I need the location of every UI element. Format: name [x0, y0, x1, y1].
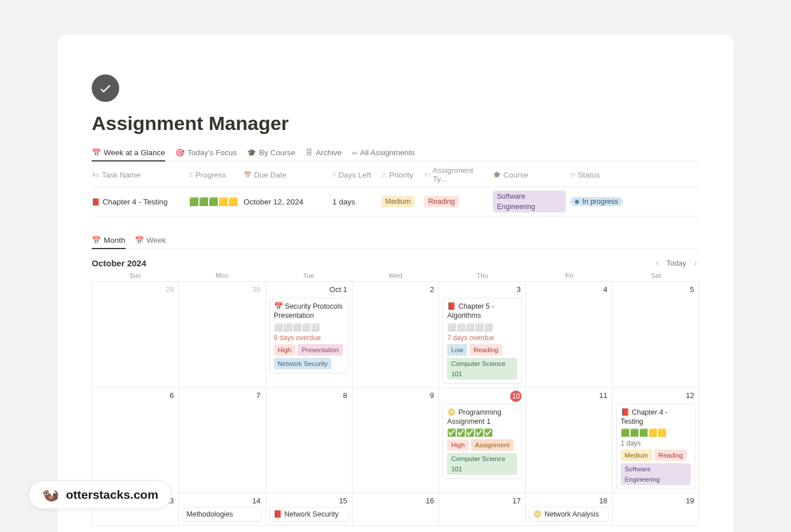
tab-label: Week [147, 236, 166, 245]
day-number: 7 [256, 391, 260, 400]
weekday-header: Sun Mon Tue Wed Thu Fri Sat [92, 272, 699, 279]
calendar-event[interactable]: 📀 Programming Assignment 1 ✅✅✅✅✅ High As… [443, 404, 522, 479]
calendar-event[interactable]: 📕 Chapter 4 - Testing 🟩🟩🟩🟨🟨 1 days Mediu… [616, 404, 695, 490]
calendar-cell[interactable]: 19 [613, 493, 699, 526]
view-tabs: 📅 Week at a Glance 🎯 Today's Focus 🎓 By … [92, 145, 699, 161]
tab-all-assignments[interactable]: ∞ All Assignments [352, 145, 415, 161]
calendar-view-tabs: 📅 Month 📅 Week [92, 232, 699, 249]
event-title: Methodologies [186, 510, 233, 518]
page-title: Assignment Manager [92, 112, 699, 135]
priority-tag: Medium [621, 450, 652, 461]
calendar-cell[interactable]: 10 📀 Programming Assignment 1 ✅✅✅✅✅ High… [439, 388, 526, 494]
calendar-cell[interactable]: 18 📀 Network Analysis [526, 493, 612, 526]
day-number: 30 [252, 285, 260, 294]
calendar-cell[interactable]: 3 📕 Chapter 5 - Algorithms ⬜⬜⬜⬜⬜ 7 days … [439, 282, 526, 388]
calendar-event[interactable]: 📀 Network Analysis [529, 507, 608, 522]
today-button[interactable]: Today [667, 259, 687, 267]
month-label: October 2024 [92, 258, 146, 268]
calendar-cell[interactable]: 7 [179, 388, 265, 494]
day-number: 11 [599, 391, 607, 400]
cell-task-name: 📕 Chapter 4 - Testing [92, 194, 189, 210]
course-tag: Computer Science 101 [447, 453, 517, 475]
calendar-cell[interactable]: 30 [179, 282, 265, 388]
calendar-cell[interactable]: 9 [353, 388, 439, 494]
tab-label: Month [104, 236, 126, 245]
tab-todays-focus[interactable]: 🎯 Today's Focus [175, 145, 237, 161]
text-icon: Aa [92, 171, 99, 178]
calendar-cell[interactable]: 16 [353, 493, 439, 526]
weekday: Mon [178, 272, 265, 279]
event-progress: 🟩🟩🟩🟨🟨 [621, 428, 691, 437]
tab-week[interactable]: 📅 Week [135, 232, 166, 249]
app-card: Assignment Manager 📅 Week at a Glance 🎯 … [57, 34, 734, 532]
calendar-event[interactable]: Methodologies [182, 507, 261, 522]
calendar-icon: 📅 [244, 171, 252, 179]
tab-archive[interactable]: 🗄 Archive [306, 145, 342, 161]
col-due-date[interactable]: 📅Due Date [244, 167, 332, 183]
day-number: 14 [252, 496, 260, 505]
calendar-header: October 2024 ‹ Today › [92, 257, 699, 269]
warning-icon: ⚠ [381, 171, 387, 179]
priority-tag: High [447, 439, 469, 451]
calendar-cell[interactable]: 14 Methodologies [179, 493, 265, 526]
calendar-cell[interactable]: 5 [613, 282, 699, 388]
calendar-cell[interactable]: 15 📕 Network Security [266, 493, 353, 526]
calendar-cell[interactable]: 29 [92, 282, 179, 388]
calendar-cell[interactable]: 12 📕 Chapter 4 - Testing 🟩🟩🟩🟨🟨 1 days Me… [613, 388, 699, 494]
calendar-icon: 📅 [92, 148, 101, 157]
calendar-cell[interactable]: 17 [439, 493, 526, 526]
weekday: Sat [613, 272, 699, 279]
tab-month[interactable]: 📅 Month [92, 232, 126, 249]
day-number: 9 [430, 391, 434, 400]
type-tag: Reading [424, 196, 459, 207]
day-number: 12 [686, 391, 694, 400]
graduation-icon: 🎓 [493, 171, 501, 179]
col-status[interactable]: ⟳Status [570, 167, 699, 183]
event-progress: ✅✅✅✅✅ [447, 428, 517, 437]
watermark-badge[interactable]: 🦦 otterstacks.com [29, 480, 171, 509]
book-icon: 📕 [447, 302, 456, 310]
calendar-cell[interactable]: 6 [92, 388, 179, 494]
weekday: Wed [352, 272, 438, 279]
calendar-cell[interactable]: 4 [526, 282, 612, 388]
col-days-left[interactable]: #Days Left [332, 167, 381, 183]
number-icon: # [332, 171, 336, 178]
type-tag: Presentation [297, 344, 343, 356]
calendar-icon: 📅 [135, 236, 144, 245]
col-course[interactable]: 🎓Course [493, 167, 570, 183]
next-month-button[interactable]: › [692, 257, 699, 269]
calendar-cell[interactable]: 8 [266, 388, 353, 494]
cell-days-left: 1 days [332, 194, 381, 210]
col-task-name[interactable]: AaTask Name [92, 167, 189, 183]
tab-label: By Course [259, 148, 295, 157]
weekday: Sun [92, 272, 178, 279]
col-assignment-type[interactable]: 🏷Assignment Ty... [424, 163, 493, 187]
tab-by-course[interactable]: 🎓 By Course [247, 145, 295, 161]
prev-month-button[interactable]: ‹ [653, 257, 661, 269]
calendar-event[interactable]: 📕 Chapter 5 - Algorithms ⬜⬜⬜⬜⬜ 7 days ov… [443, 298, 522, 384]
calendar-cell[interactable]: Oct 1 📅 Security Protocols Presentation … [266, 282, 353, 388]
cell-progress: 🟩🟩🟩🟨🟨 [189, 194, 244, 210]
col-progress[interactable]: ΣProgress [189, 167, 244, 183]
table-row[interactable]: 📕 Chapter 4 - Testing 🟩🟩🟩🟨🟨 October 12, … [92, 187, 699, 216]
watermark-text: otterstacks.com [66, 488, 158, 502]
col-priority[interactable]: ⚠Priority [381, 167, 424, 183]
day-number: 6 [170, 391, 174, 400]
calendar-nav: ‹ Today › [653, 257, 699, 269]
tab-label: Today's Focus [187, 148, 237, 157]
day-number: 29 [166, 285, 174, 294]
calendar-cell[interactable]: 2 [353, 282, 439, 388]
weekday: Thu [439, 272, 526, 279]
page-check-icon [92, 74, 119, 102]
priority-tag: Medium [381, 196, 414, 207]
archive-icon: 🗄 [306, 148, 313, 157]
day-number: 17 [512, 496, 520, 505]
calendar-event[interactable]: 📅 Security Protocols Presentation ⬜⬜⬜⬜⬜ … [269, 298, 348, 373]
book-icon: 📕 [92, 198, 100, 206]
calendar-cell[interactable]: 11 [526, 388, 612, 494]
type-tag: Assignment [471, 439, 514, 451]
tab-week-glance[interactable]: 📅 Week at a Glance [92, 145, 165, 161]
calendar-event[interactable]: 📕 Network Security [269, 507, 348, 522]
target-icon: 🎯 [175, 148, 185, 157]
cell-course: Software Engineering [493, 187, 570, 216]
